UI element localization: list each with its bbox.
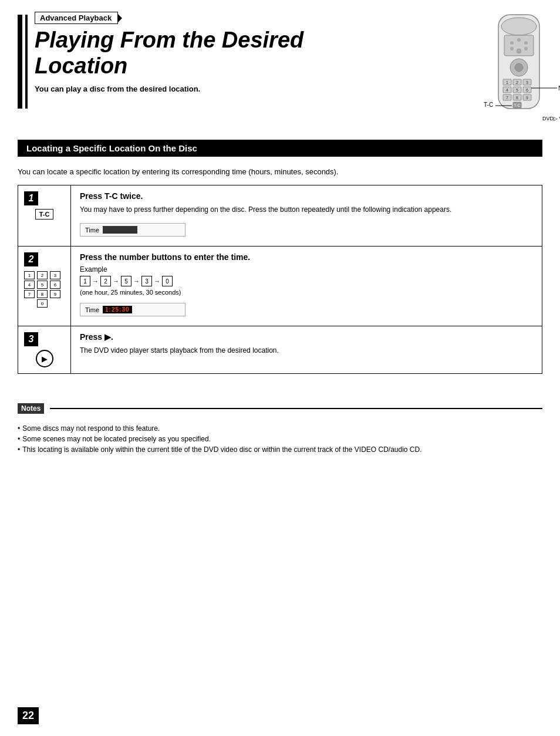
svg-text:9: 9 xyxy=(526,96,528,100)
subtitle-text: You can play a disc from the desired loc… xyxy=(35,85,466,93)
numpad-5: 5 xyxy=(37,281,48,289)
section-bar: Locating a Specific Location On the Disc xyxy=(18,140,542,157)
svg-point-8 xyxy=(524,47,528,50)
svg-text:3: 3 xyxy=(526,80,528,85)
svg-point-5 xyxy=(524,41,528,45)
svg-text:2: 2 xyxy=(516,80,518,85)
play-triangle: ▶ xyxy=(42,355,48,363)
svg-text:8: 8 xyxy=(516,96,518,100)
svg-point-4 xyxy=(517,38,521,42)
page-num-block: 22 xyxy=(18,707,39,724)
numpad-8: 8 xyxy=(37,290,48,298)
svg-text:4: 4 xyxy=(506,88,508,92)
svg-text:1: 1 xyxy=(506,80,508,85)
note-text-2: Some scenes may not be located precisely… xyxy=(22,435,211,443)
example-sequence: 1 → 2 → 5 → 3 → 0 xyxy=(80,276,533,286)
advanced-playback-tag: Advanced Playback xyxy=(35,12,118,24)
note-text-3: This locating is available only within t… xyxy=(22,445,421,454)
step-3-content: Press ▶. The DVD video player starts pla… xyxy=(71,326,542,373)
svg-point-3 xyxy=(510,41,514,45)
numpad-grid: 1 2 3 4 5 6 7 8 9 0 xyxy=(24,271,62,308)
note-1: • Some discs may not respond to this fea… xyxy=(18,424,542,433)
step-1-badge: 1 xyxy=(24,191,38,205)
svg-text:5: 5 xyxy=(516,88,518,92)
intro-text: You can locate a specific location by en… xyxy=(18,167,542,176)
bar-thick xyxy=(18,15,22,109)
main-title: Playing From the Desired Location xyxy=(35,28,466,79)
numpad-3: 3 xyxy=(50,271,60,279)
svg-point-6 xyxy=(510,47,514,50)
arrow-1: → xyxy=(92,278,99,285)
svg-text:6: 6 xyxy=(526,88,528,92)
svg-text:DVD▷ VCD▷ CD▷: DVD▷ VCD▷ CD▷ xyxy=(542,116,560,121)
notes-label: Notes xyxy=(18,403,44,414)
content-area: You can locate a specific location by en… xyxy=(0,161,560,391)
footer: 22 xyxy=(18,707,39,724)
remote-illustration: 1 2 3 4 5 6 7 8 9 T-C Numbe xyxy=(466,12,542,129)
svg-text:7: 7 xyxy=(506,96,508,100)
step-3-desc: The DVD video player starts playback fro… xyxy=(80,345,533,356)
step-3-number-area: 3 ▶ xyxy=(18,326,71,373)
page-number: 22 xyxy=(22,710,34,721)
step-1: 1 T-C Press T-C twice. You may have to p… xyxy=(18,185,542,247)
arrow-4: → xyxy=(154,278,160,285)
notes-section: Notes xyxy=(18,403,542,414)
display-value-2: 1:25:30 xyxy=(103,306,131,313)
page: Advanced Playback Playing From the Desir… xyxy=(0,0,560,736)
note-bullet-2: • xyxy=(18,435,20,443)
note-bullet-1: • xyxy=(18,424,20,433)
title-line1: Playing From the Desired xyxy=(35,28,466,53)
header-text-block: Advanced Playback Playing From the Desir… xyxy=(35,12,466,93)
seq-btn-1: 1 xyxy=(80,276,90,286)
step-1-content: Press T-C twice. You may have to press f… xyxy=(71,185,542,246)
example-label: Example xyxy=(80,265,533,274)
note-2: • Some scenes may not be located precise… xyxy=(18,435,542,443)
step-1-title: Press T-C twice. xyxy=(80,191,533,201)
steps-container: 1 T-C Press T-C twice. You may have to p… xyxy=(18,185,542,374)
step-3-title: Press ▶. xyxy=(80,332,533,342)
numpad-9: 9 xyxy=(50,290,60,298)
svg-point-10 xyxy=(515,63,523,72)
arrow-2: → xyxy=(113,278,119,285)
numpad-4: 4 xyxy=(24,281,35,289)
seq-btn-5: 5 xyxy=(121,276,131,286)
svg-text:T-C: T-C xyxy=(484,102,493,108)
bar-thin xyxy=(25,15,28,109)
play-button-icon: ▶ xyxy=(36,350,53,367)
seq-btn-3: 3 xyxy=(141,276,152,286)
display-value-1: ■■:■■:■■ xyxy=(103,226,137,234)
step-2: 2 1 2 3 4 5 6 7 8 9 0 Press th xyxy=(18,247,542,326)
numpad-7: 7 xyxy=(24,290,35,298)
header-area: Advanced Playback Playing From the Desir… xyxy=(0,0,560,135)
numpad-2: 2 xyxy=(37,271,48,279)
decorative-bars xyxy=(18,15,28,109)
arrow-3: → xyxy=(133,278,140,285)
notes-content: • Some discs may not respond to this fea… xyxy=(0,420,560,461)
title-line2: Location xyxy=(35,53,466,79)
notes-divider xyxy=(50,408,542,409)
remote-svg: 1 2 3 4 5 6 7 8 9 T-C Numbe xyxy=(466,12,560,141)
note-3: • This locating is available only within… xyxy=(18,445,542,454)
step-2-badge: 2 xyxy=(24,252,38,266)
step-1-display: Time ■■:■■:■■ xyxy=(80,223,185,237)
svg-point-7 xyxy=(517,49,521,53)
note-bullet-3: • xyxy=(18,445,20,454)
step-2-content: Press the number buttons to enter the ti… xyxy=(71,247,542,326)
seq-btn-0: 0 xyxy=(162,276,173,286)
step-3: 3 ▶ Press ▶. The DVD video player starts… xyxy=(18,326,542,373)
step-2-number-area: 2 1 2 3 4 5 6 7 8 9 0 xyxy=(18,247,71,326)
step-3-badge: 3 xyxy=(24,332,38,346)
seq-btn-2: 2 xyxy=(100,276,111,286)
step-1-desc: You may have to press further depending … xyxy=(80,204,533,215)
svg-text:T-C: T-C xyxy=(514,103,520,107)
example-note: (one hour, 25 minutes, 30 seconds) xyxy=(80,289,533,296)
tc-button: T-C xyxy=(35,209,54,220)
note-text-1: Some discs may not respond to this featu… xyxy=(22,424,160,433)
numpad-1: 1 xyxy=(24,271,35,279)
step-2-display: Time 1:25:30 xyxy=(80,303,185,316)
step-1-number-area: 1 T-C xyxy=(18,185,71,246)
step-2-title: Press the number buttons to enter the ti… xyxy=(80,252,533,262)
numpad-0: 0 xyxy=(37,299,48,308)
display-label-2: Time xyxy=(85,306,99,313)
svg-point-1 xyxy=(501,18,537,35)
